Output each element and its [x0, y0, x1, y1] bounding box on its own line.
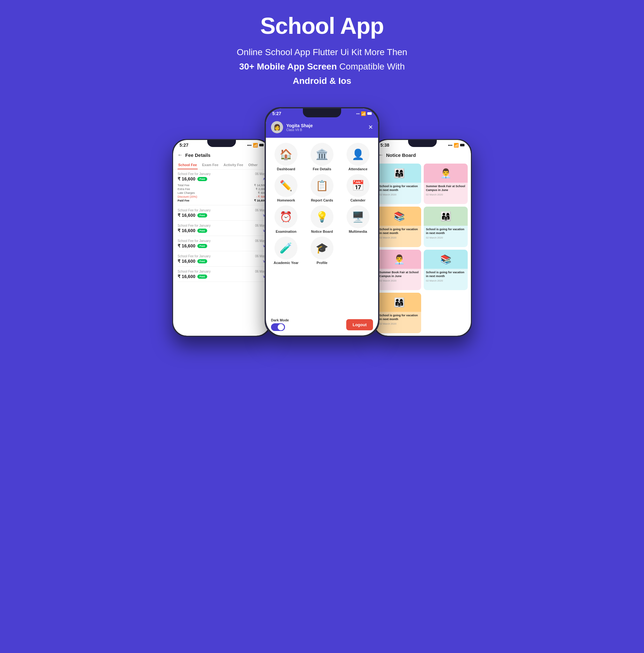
notice-date-3: 02 March 2020: [426, 236, 466, 239]
notice-date-4: 02 March 2020: [379, 279, 419, 282]
fee-amount-1: ₹ 16,600: [178, 176, 195, 182]
profile-icon: 🎓: [311, 237, 333, 260]
wifi-right: 📶: [454, 143, 459, 148]
tab-activity-fee[interactable]: Activity Fee: [223, 161, 244, 169]
notice-thumb-4: 👨‍💼: [377, 250, 421, 269]
fee-item-3: School Fee for January 06 May ₹ 16,600 P…: [178, 224, 266, 236]
time-center: 5:27: [272, 111, 281, 116]
battery-right: [460, 144, 465, 146]
notice-card-4[interactable]: 👨‍💼 Summer Book Fair at School Campus in…: [377, 250, 421, 290]
attendance-icon: 👤: [347, 143, 370, 166]
phone-center: 5:27 ▪▪▪ 📶 👩 Yogita Shaje Class VII B ✕: [265, 107, 379, 337]
toggle-knob: [278, 324, 284, 330]
phones-container: 5:27 ▪▪▪ 📶 ← Fee Details School Fee Exam…: [172, 107, 472, 337]
fee-item-5: School Fee for January 06 May ₹ 16,600 P…: [178, 255, 266, 267]
fee-content: School Fee for January 06 May ₹ 16,600 P…: [173, 170, 270, 336]
screen-left: 5:27 ▪▪▪ 📶 ← Fee Details School Fee Exam…: [173, 140, 270, 336]
notice-card-2[interactable]: 📚 School is going for vacation in next m…: [377, 207, 421, 247]
battery-center: [367, 112, 372, 115]
menu-examination[interactable]: ⏰ Examination: [270, 205, 302, 234]
notice-thumb-1: 👨‍💼: [424, 164, 468, 183]
tab-exam-fee[interactable]: Exam Fee: [201, 161, 219, 169]
wifi-icon: 📶: [253, 143, 258, 148]
menu-profile[interactable]: 🎓 Profile: [306, 237, 339, 265]
notice-thumb-6: 👨‍👩‍👧: [377, 293, 421, 312]
logout-button[interactable]: Logout: [346, 319, 373, 330]
fee-detail-rows-1: Total Fee₹ 14,500 Extra Fee₹ 2,000 Late …: [178, 183, 266, 202]
notice-date-0: 02 March 2020: [379, 193, 419, 196]
notice-title-2: School is going for vacation in next mon…: [379, 228, 419, 235]
notice-card-0[interactable]: 👨‍👩‍👧 School is going for vacation in ne…: [377, 164, 421, 204]
notice-grid: 👨‍👩‍👧 School is going for vacation in ne…: [374, 161, 471, 336]
hero-title: School App: [260, 13, 383, 39]
report-cards-icon: 📋: [311, 174, 333, 197]
dark-mode-toggle[interactable]: [271, 323, 285, 331]
notice-thumb-2: 📚: [377, 207, 421, 226]
fee-details-title: Fee Details: [185, 152, 210, 158]
notice-board-label: Notice Board: [311, 229, 333, 234]
notice-card-1[interactable]: 👨‍💼 Summer Book Fair at School Campus in…: [424, 164, 468, 204]
homework-icon: ✏️: [274, 174, 297, 197]
user-name: Yogita Shaje: [286, 123, 313, 128]
signal-right: ▪▪▪: [448, 143, 452, 148]
menu-multimedia[interactable]: 🖥️ Multimedia: [342, 205, 374, 234]
user-class: Class VII B: [286, 128, 313, 132]
menu-homework[interactable]: ✏️ Homework: [270, 174, 302, 202]
notch-center: [303, 108, 341, 117]
fee-header: ← Fee Details: [173, 149, 270, 161]
home-bottom: Dark Mode Logout: [266, 315, 378, 335]
notice-card-5[interactable]: 📚 School is going for vacation in next m…: [424, 250, 468, 290]
notice-title-0: School is going for vacation in next mon…: [379, 185, 419, 192]
menu-notice-board[interactable]: 💡 Notice Board: [306, 205, 339, 234]
menu-academic-year[interactable]: 🧪 Academic Year: [270, 237, 302, 265]
fee-item-date-1: 06 May: [255, 172, 266, 176]
examination-icon: ⏰: [274, 205, 297, 228]
notice-date-1: 02 March 2020: [426, 193, 466, 196]
menu-dashboard[interactable]: 🏠 Dashboard: [270, 143, 302, 171]
paid-badge-1: Paid: [197, 177, 207, 181]
examination-label: Examination: [276, 229, 297, 234]
notice-card-6[interactable]: 👨‍👩‍👧 School is going for vacation in ne…: [377, 293, 421, 333]
notice-board-icon: 💡: [311, 205, 333, 228]
fee-item-label-1: School Fee for January: [178, 172, 210, 176]
fee-details-label: Fee Details: [313, 167, 331, 171]
menu-attendance[interactable]: 👤 Attendance: [342, 143, 374, 171]
time-left: 5:27: [179, 143, 189, 148]
time-right: 5:38: [380, 143, 389, 148]
notice-thumb-5: 📚: [424, 250, 468, 269]
notice-title-1: Summer Book Fair at School Campus in Jun…: [426, 185, 466, 192]
screen-center: 5:27 ▪▪▪ 📶 👩 Yogita Shaje Class VII B ✕: [266, 108, 378, 335]
menu-report-cards[interactable]: 📋 Report Cards: [306, 174, 339, 202]
multimedia-icon: 🖥️: [347, 205, 370, 228]
notch-left: [207, 140, 236, 147]
dashboard-icon: 🏠: [274, 143, 297, 166]
notch-right: [408, 140, 437, 147]
notice-date-6: 02 March 2020: [379, 322, 419, 325]
notice-thumb-0: 👨‍👩‍👧: [377, 164, 421, 183]
status-icons-left: ▪▪▪ 📶: [247, 143, 264, 148]
home-grid: 🏠 Dashboard 🏛️ Fee Details 👤 Attendance …: [266, 138, 378, 315]
fee-item-4: School Fee for January 06 May ₹ 16,600 P…: [178, 239, 266, 251]
screen-right: 5:38 ▪▪▪ 📶 ← Notice Board 👨‍👩‍👧 School i…: [374, 140, 471, 336]
calender-label: Calender: [350, 198, 365, 202]
profile-label: Profile: [317, 261, 327, 265]
menu-fee-details[interactable]: 🏛️ Fee Details: [306, 143, 339, 171]
tab-other[interactable]: Other: [248, 161, 258, 169]
attendance-label: Attendance: [348, 167, 368, 171]
fee-details-icon: 🏛️: [311, 143, 333, 166]
signal-center: ▪▪▪: [356, 112, 360, 115]
dashboard-label: Dashboard: [277, 167, 295, 171]
status-icons-right: ▪▪▪ 📶: [448, 143, 465, 148]
tab-school-fee[interactable]: School Fee: [178, 161, 198, 169]
fee-tabs: School Fee Exam Fee Activity Fee Other: [173, 161, 270, 170]
home-header: 👩 Yogita Shaje Class VII B ✕: [266, 117, 378, 138]
notice-card-3[interactable]: 👨‍👩‍👧 School is going for vacation in ne…: [424, 207, 468, 247]
menu-calender[interactable]: 📅 Calender: [342, 174, 374, 202]
avatar: 👩: [271, 121, 283, 133]
close-button[interactable]: ✕: [368, 124, 373, 131]
dark-mode-label: Dark Mode: [271, 318, 289, 322]
fee-item-1: School Fee for January 06 May ₹ 16,600 P…: [178, 172, 266, 205]
back-arrow[interactable]: ←: [178, 152, 183, 158]
user-info: 👩 Yogita Shaje Class VII B: [271, 121, 313, 133]
battery-icon: [259, 144, 264, 146]
